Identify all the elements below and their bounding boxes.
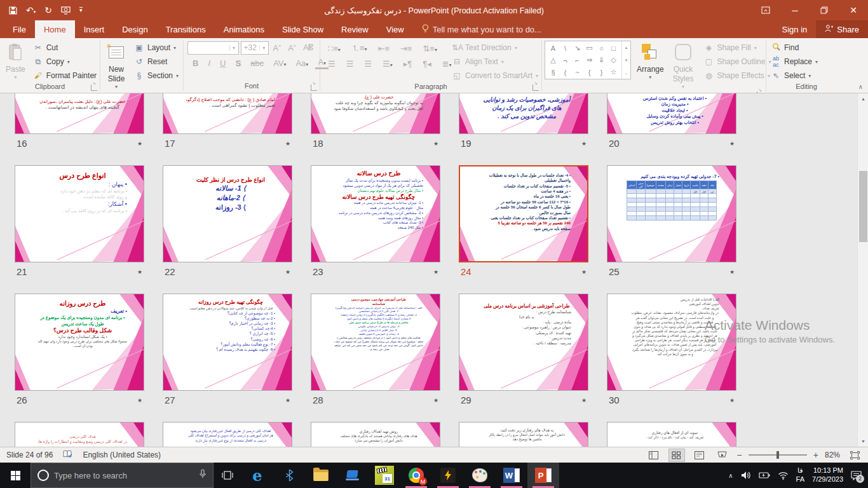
- ribbon-display-options-button[interactable]: [751, 0, 780, 20]
- find-button[interactable]: Find: [768, 41, 821, 55]
- paste-button[interactable]: Paste▾: [1, 39, 30, 83]
- tab-view[interactable]: View: [377, 20, 413, 38]
- slide-thumbnail-20[interactable]: • اعتماد به نفس وکم شدن استرس• مدیریت زم…: [607, 93, 736, 134]
- align-right-icon[interactable]: ☰: [362, 58, 374, 69]
- slide-thumbnail-17[interactable]: امام صادق ( ع) : دانشی که موجب اصلاح (دگ…: [163, 93, 292, 134]
- slide-thumbnail-30[interactable]: الف) اقدامات قبل از تدریستدوین اهداف آمو…: [607, 294, 736, 391]
- vertical-scrollbar[interactable]: ▲ ▼: [857, 93, 868, 447]
- scrollbar-thumb[interactable]: [859, 171, 867, 242]
- reading-view-button[interactable]: [691, 449, 708, 462]
- ltr-direction-icon[interactable]: ▸¶: [401, 58, 415, 69]
- slide-thumbnail-22[interactable]: انواع طرح درس از نظر کلیت ⟩ 1- سالانه⟩ 2…: [163, 165, 292, 262]
- shape-icon[interactable]: ☆: [607, 66, 620, 78]
- shape-icon[interactable]: ↘: [571, 42, 583, 54]
- bullets-icon[interactable]: ∷≡▾: [325, 43, 343, 54]
- winamp-taskbar-icon[interactable]: [432, 463, 464, 488]
- character-spacing-icon[interactable]: AV▾: [271, 58, 288, 69]
- action-center-icon[interactable]: 2: [851, 471, 862, 480]
- font-size-combo[interactable]: +32▾: [241, 41, 269, 55]
- slide-thumbnail-27[interactable]: چگونگی تهیه طرح درس روزانهقبل از وارد شد…: [163, 294, 292, 391]
- scroll-up-icon[interactable]: ▲: [858, 93, 868, 104]
- minimize-button[interactable]: ─: [780, 0, 810, 20]
- clock[interactable]: 10:13 PM7/29/2023: [812, 466, 843, 484]
- shape-icon[interactable]: ⇒: [583, 54, 595, 66]
- shape-outline-button[interactable]: ▢Shape Outline▾: [700, 55, 774, 69]
- increase-font-size-icon[interactable]: A˄: [271, 43, 284, 53]
- tab-insert[interactable]: Insert: [75, 20, 114, 38]
- normal-view-button[interactable]: [646, 449, 662, 462]
- media-player-classic-taskbar-icon[interactable]: 31: [369, 463, 400, 488]
- slide-thumbnail-33[interactable]: روش تهیه اهداف رفتاریهدف های رفتاری بیان…: [311, 422, 440, 447]
- language-indicator[interactable]: English (United States): [83, 451, 161, 459]
- share-button[interactable]: Share: [816, 20, 868, 38]
- slide-thumbnail-25[interactable]: • 7- جدولی تهیه کرده وبودجه بندی می کنیم…: [607, 165, 736, 262]
- font-name-combo[interactable]: ▾: [187, 41, 239, 55]
- close-button[interactable]: ✕: [839, 0, 868, 20]
- reset-button[interactable]: ↺Reset: [131, 55, 182, 69]
- slide-thumbnail-32[interactable]: اهداف کلی درسی از طریق افعال غیررفتاری ب…: [163, 422, 292, 447]
- shape-icon[interactable]: §: [547, 66, 559, 78]
- shadow-icon[interactable]: S: [233, 58, 243, 69]
- zoom-out-icon[interactable]: −: [737, 450, 742, 460]
- volume-icon[interactable]: [741, 471, 751, 480]
- wifi-icon[interactable]: [778, 471, 789, 480]
- align-center-icon[interactable]: ☰: [344, 58, 356, 69]
- shape-icon[interactable]: ⇓: [595, 54, 607, 66]
- slide-thumbnail-16[interactable]: حضرت علی (ع) : دلیل بعثت پیامبران ،شوران…: [15, 93, 144, 134]
- shape-icon[interactable]: ◇: [607, 54, 620, 66]
- arrange-button[interactable]: Arrange▾: [632, 39, 668, 83]
- replace-button[interactable]: abacReplace▾: [768, 55, 821, 69]
- shape-effects-button[interactable]: ◍Shape Effects▾: [700, 69, 774, 83]
- shapes-more-icon[interactable]: ⌄: [622, 66, 630, 79]
- section-button[interactable]: §Section▾: [131, 69, 182, 83]
- shape-icon[interactable]: (: [559, 66, 571, 78]
- fit-to-window-icon[interactable]: [846, 449, 863, 462]
- undo-icon[interactable]: ↶▾: [26, 6, 36, 15]
- line-spacing-icon[interactable]: ⇅≡▾: [420, 43, 440, 54]
- edge-taskbar-icon[interactable]: e: [241, 463, 273, 488]
- font-dialog-launcher[interactable]: [311, 85, 317, 91]
- repeat-icon[interactable]: ↻: [44, 6, 52, 15]
- slide-sorter-view-button[interactable]: [668, 449, 685, 462]
- shape-icon[interactable]: ~: [571, 66, 583, 78]
- align-left-icon[interactable]: ☰: [325, 58, 338, 69]
- italic-icon[interactable]: I: [205, 58, 213, 69]
- slide-thumbnail-23[interactable]: طرح درس سالانه• برنامه ایست مدون وسنجیده…: [311, 165, 440, 262]
- tab-animations[interactable]: Animations: [215, 20, 273, 38]
- copy-button[interactable]: ⧉Copy▾: [30, 55, 100, 69]
- sign-in-button[interactable]: Sign in: [773, 20, 817, 38]
- underline-icon[interactable]: U: [217, 58, 228, 69]
- spell-check-icon[interactable]: [63, 450, 72, 461]
- collapse-ribbon-icon[interactable]: ∧: [858, 83, 863, 90]
- cut-button[interactable]: ✂Cut: [30, 41, 100, 55]
- change-case-icon[interactable]: Aa▾: [293, 58, 311, 69]
- text-direction-button[interactable]: ⇅AText Direction▾: [449, 41, 541, 55]
- zoom-level[interactable]: 82%: [825, 451, 840, 459]
- slide-thumbnail-21[interactable]: انواع طرح درس• پنهان :• برنامه ای که معل…: [15, 165, 144, 262]
- slide-thumbnail-31[interactable]: هدف کلی درسیدر اهداف کلی درسی وضع ومقاصد…: [15, 422, 144, 447]
- scroll-down-icon[interactable]: ▼: [858, 436, 868, 447]
- clipboard-dialog-launcher[interactable]: [91, 85, 97, 91]
- restore-button[interactable]: [810, 0, 839, 20]
- microphone-icon[interactable]: [193, 469, 213, 482]
- decrease-indent-icon[interactable]: ⇤≡: [375, 43, 391, 54]
- shape-icon[interactable]: ▭: [583, 42, 595, 54]
- shape-icon[interactable]: ○: [595, 42, 607, 54]
- file-explorer-taskbar-icon[interactable]: [305, 463, 337, 488]
- shape-icon[interactable]: \: [559, 42, 571, 54]
- slide-thumbnail-26[interactable]: طرح درس روزانه• تعریف• برنامه ای مدون وس…: [15, 294, 144, 391]
- task-view-button[interactable]: [214, 463, 241, 488]
- clear-formatting-icon[interactable]: A𝄡: [301, 42, 316, 53]
- align-text-button[interactable]: ⊟Align Text▾: [449, 55, 541, 69]
- customize-qat-icon[interactable]: ▾: [79, 7, 83, 13]
- shape-icon[interactable]: A: [547, 42, 559, 54]
- save-icon[interactable]: [9, 6, 17, 15]
- start-from-beginning-icon[interactable]: [61, 6, 71, 15]
- tab-home[interactable]: Home: [35, 20, 75, 38]
- blue-laptop-app-icon[interactable]: [337, 463, 369, 488]
- decrease-font-size-icon[interactable]: A˅: [285, 43, 299, 53]
- quick-styles-button[interactable]: Quick Styles▾: [668, 39, 698, 92]
- slide-thumbnail-24[interactable]: • 4- تعداد جلسات در طول سال با توجه به ت…: [459, 165, 588, 262]
- rtl-direction-icon[interactable]: ¶◂: [420, 58, 434, 69]
- tab-file[interactable]: File: [4, 20, 35, 38]
